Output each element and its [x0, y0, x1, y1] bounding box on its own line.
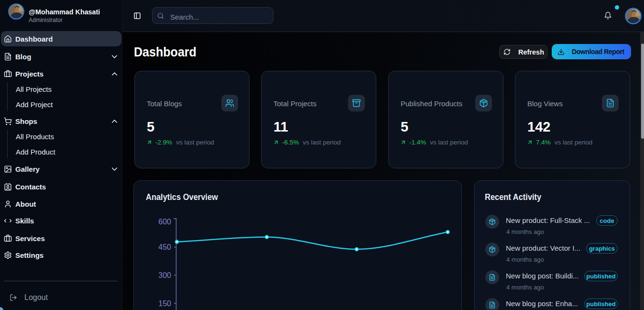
svg-text:150: 150 — [158, 299, 171, 308]
svg-text:300: 300 — [158, 271, 171, 279]
svg-text:450: 450 — [158, 243, 171, 251]
svg-text:600: 600 — [158, 218, 171, 226]
